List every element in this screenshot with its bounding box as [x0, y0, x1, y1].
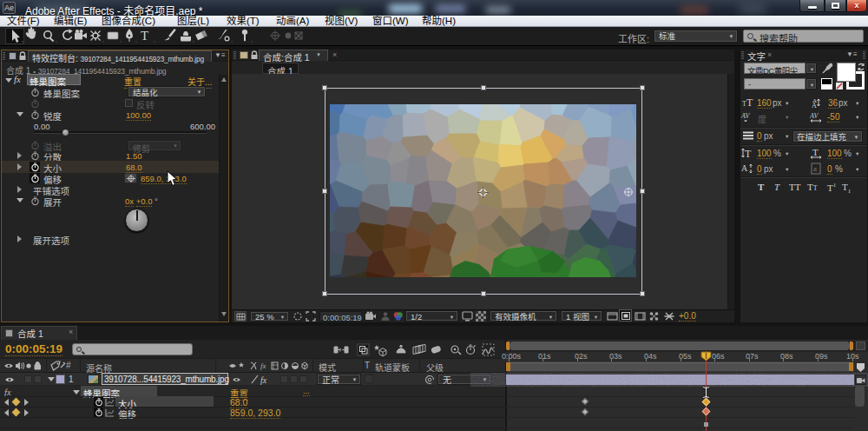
svg-text:a: a [813, 164, 817, 173]
svg-text:A: A [741, 163, 748, 173]
svg-text:AV: AV [809, 112, 819, 120]
svg-text:T: T [745, 148, 752, 160]
svg-text:T: T [812, 147, 819, 157]
svg-text:T: T [141, 29, 148, 43]
svg-text:AV: AV [740, 112, 750, 120]
svg-text:fx: fx [260, 375, 267, 385]
svg-text:A: A [812, 102, 817, 109]
svg-text:fx: fx [260, 361, 266, 370]
